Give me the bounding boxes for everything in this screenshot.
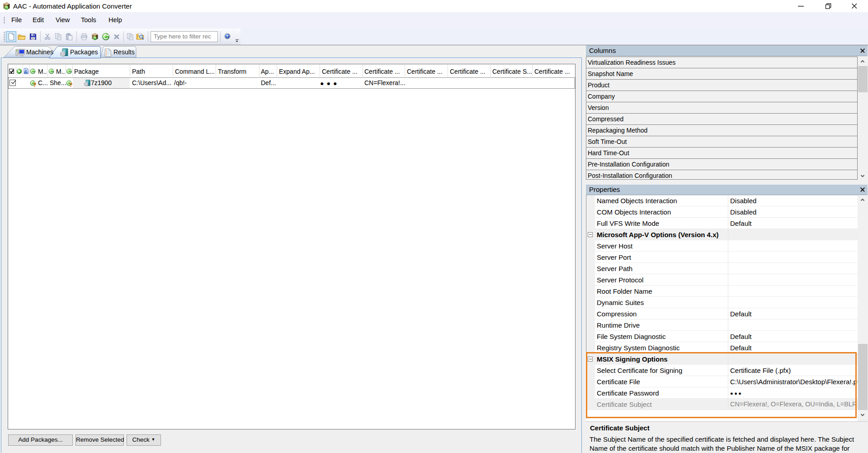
svg-text:Machines: Machines — [26, 48, 53, 56]
svg-text:Packages: Packages — [70, 48, 98, 56]
svg-text:Results: Results — [113, 48, 135, 56]
